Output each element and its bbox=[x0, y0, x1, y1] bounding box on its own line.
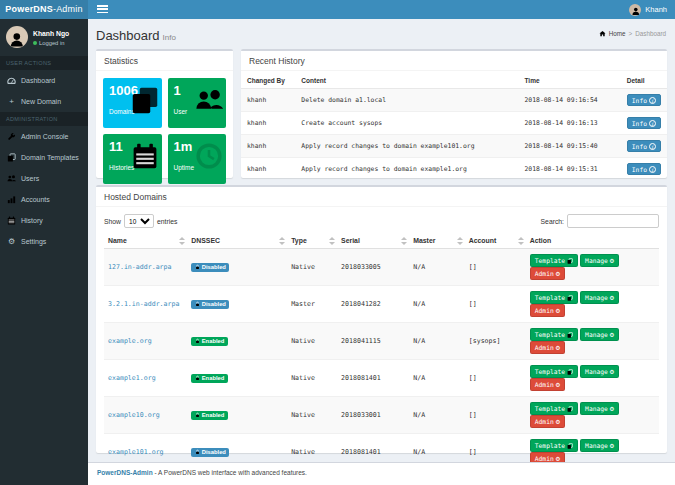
gear-icon bbox=[610, 331, 614, 338]
column-header-name[interactable]: Name bbox=[104, 233, 187, 249]
dnssec-badge: Enabled bbox=[191, 337, 228, 346]
show-label: Show bbox=[104, 218, 121, 225]
page-subtitle: Info bbox=[163, 33, 176, 42]
template-button[interactable]: Template bbox=[530, 328, 578, 341]
statistics-panel: Statistics 1006 Domains 1 User 11 Histor… bbox=[96, 49, 233, 178]
column-header: Time bbox=[519, 73, 621, 89]
info-icon bbox=[649, 120, 656, 127]
home-icon bbox=[599, 30, 606, 37]
sidebar-item-accounts[interactable]: Accounts bbox=[0, 189, 88, 210]
column-header-master[interactable]: Master bbox=[409, 233, 465, 249]
column-header-serial[interactable]: Serial bbox=[337, 233, 409, 249]
sidebar-toggle-icon[interactable] bbox=[97, 5, 108, 14]
app-logo[interactable]: PowerDNS-Admin bbox=[0, 0, 88, 19]
sidebar-item-history[interactable]: History bbox=[0, 210, 88, 231]
template-button[interactable]: Template bbox=[530, 365, 578, 378]
hosted-domains-panel: Hosted Domains Show 10 entries Search: N… bbox=[96, 185, 667, 453]
page-size-select[interactable]: 10 bbox=[124, 214, 154, 228]
user-menu[interactable]: Khanh bbox=[629, 0, 667, 19]
sidebar-item-users[interactable]: Users bbox=[0, 168, 88, 189]
manage-button[interactable]: Manage bbox=[580, 328, 619, 341]
column-header-action: Action bbox=[526, 233, 659, 249]
gear-icon bbox=[556, 307, 560, 314]
gear-icon bbox=[556, 455, 560, 462]
sidebar-user-panel: Khanh Ngo Logged in bbox=[0, 19, 88, 56]
lock-icon bbox=[195, 264, 200, 270]
admin-button[interactable]: Admin bbox=[530, 304, 565, 317]
info-button[interactable]: Info bbox=[627, 94, 661, 106]
column-header-dnssec[interactable]: DNSSEC bbox=[187, 233, 287, 249]
sidebar-item-dashboard[interactable]: Dashboard bbox=[0, 70, 88, 91]
stat-histories: 11 Histories bbox=[103, 134, 162, 184]
gear-icon bbox=[610, 442, 614, 449]
manage-button[interactable]: Manage bbox=[580, 402, 619, 415]
users-icon bbox=[195, 86, 223, 114]
table-row: khanh Create account sysops 2018-08-14 0… bbox=[241, 112, 667, 135]
sidebar-user-name: Khanh Ngo bbox=[33, 29, 69, 38]
column-header-type[interactable]: Type bbox=[287, 233, 337, 249]
admin-button[interactable]: Admin bbox=[530, 267, 565, 280]
domain-link[interactable]: example10.org bbox=[108, 411, 160, 419]
clone-icon bbox=[567, 295, 573, 301]
gear-icon bbox=[556, 270, 560, 277]
column-header-account[interactable]: Account bbox=[465, 233, 526, 249]
sidebar-item-domain-templates[interactable]: Domain Templates bbox=[0, 147, 88, 168]
footer-brand: PowerDNS-Admin bbox=[97, 469, 153, 476]
top-navbar: PowerDNS-Admin Khanh bbox=[0, 0, 675, 19]
template-button[interactable]: Template bbox=[530, 254, 578, 267]
gear-icon bbox=[556, 344, 560, 351]
lock-icon bbox=[195, 412, 200, 418]
sort-icon bbox=[179, 237, 185, 245]
sidebar-item-new-domain[interactable]: + New Domain bbox=[0, 91, 88, 112]
content-area: DashboardInfo Home > Dashboard Statistic… bbox=[88, 19, 675, 462]
clock-icon bbox=[195, 142, 223, 170]
manage-button[interactable]: Manage bbox=[580, 365, 619, 378]
sort-icon bbox=[329, 237, 335, 245]
template-button[interactable]: Template bbox=[530, 439, 578, 452]
sidebar-user-status: Logged in bbox=[33, 40, 69, 46]
info-button[interactable]: Info bbox=[627, 163, 661, 175]
domain-link[interactable]: example.org bbox=[108, 337, 152, 345]
table-row: example.org Enabled Native 2018041115 N/… bbox=[104, 323, 659, 360]
sidebar-item-settings[interactable]: Settings bbox=[0, 231, 88, 252]
search-input[interactable] bbox=[567, 214, 659, 228]
table-row: 127.in-addr.arpa Disabled Native 2018033… bbox=[104, 249, 659, 286]
template-button[interactable]: Template bbox=[530, 402, 578, 415]
admin-button[interactable]: Admin bbox=[530, 415, 565, 428]
table-row: khanh Delete domain a1.local 2018-08-14 … bbox=[241, 89, 667, 112]
manage-button[interactable]: Manage bbox=[580, 291, 619, 304]
domain-link[interactable]: example1.org bbox=[108, 374, 156, 382]
navbar-username: Khanh bbox=[645, 5, 667, 14]
sidebar-item-admin-console[interactable]: Admin Console bbox=[0, 126, 88, 147]
table-row: example1.org Enabled Native 2018081401 N… bbox=[104, 360, 659, 397]
domain-link[interactable]: example101.org bbox=[108, 448, 164, 456]
wrench-icon bbox=[7, 132, 16, 141]
lock-icon bbox=[195, 449, 200, 455]
dnssec-badge: Disabled bbox=[191, 263, 229, 272]
breadcrumb-home-link[interactable]: Home bbox=[609, 30, 626, 37]
lock-icon bbox=[195, 338, 200, 344]
domain-link[interactable]: 3.2.1.in-addr.arpa bbox=[108, 300, 179, 308]
breadcrumb: Home > Dashboard bbox=[599, 30, 666, 37]
sort-icon bbox=[401, 237, 407, 245]
calendar-icon bbox=[131, 142, 159, 170]
domain-link[interactable]: 127.in-addr.arpa bbox=[108, 263, 172, 271]
manage-button[interactable]: Manage bbox=[580, 254, 619, 267]
chart-bar-icon bbox=[7, 195, 16, 204]
admin-button[interactable]: Admin bbox=[530, 378, 565, 391]
page-title: DashboardInfo bbox=[96, 28, 176, 43]
lock-icon bbox=[195, 301, 200, 307]
column-header: Detail bbox=[621, 73, 667, 89]
info-button[interactable]: Info bbox=[627, 117, 661, 129]
gear-icon bbox=[556, 381, 560, 388]
users-icon bbox=[7, 174, 16, 183]
manage-button[interactable]: Manage bbox=[580, 439, 619, 452]
dnssec-badge: Enabled bbox=[191, 374, 228, 383]
template-button[interactable]: Template bbox=[530, 291, 578, 304]
admin-button[interactable]: Admin bbox=[530, 452, 565, 462]
breadcrumb-current: Dashboard bbox=[635, 30, 666, 37]
info-button[interactable]: Info bbox=[627, 140, 661, 152]
sidebar-section-user-actions: USER ACTIONS bbox=[0, 56, 88, 70]
admin-button[interactable]: Admin bbox=[530, 341, 565, 354]
sidebar: Khanh Ngo Logged in USER ACTIONS Dashboa… bbox=[0, 19, 88, 485]
